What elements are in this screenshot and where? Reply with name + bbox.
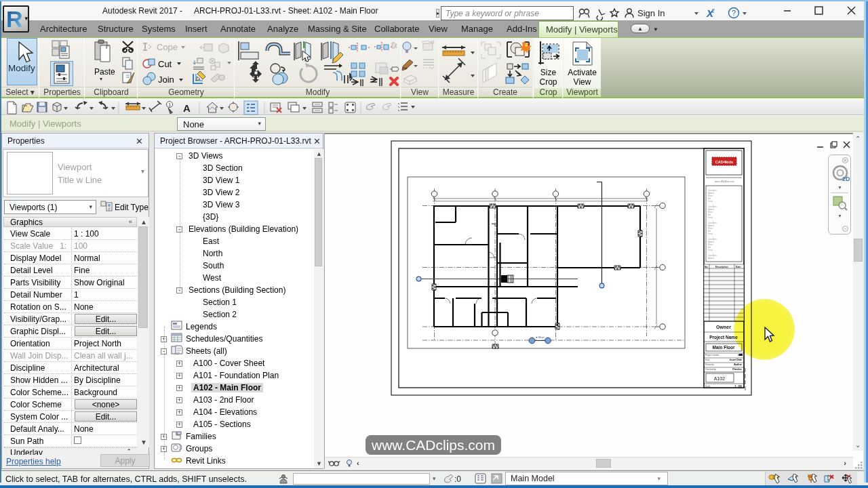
svg-text:R: R: [6, 7, 23, 31]
svg-text:Checked by: Checked by: [705, 368, 716, 371]
svg-text:No.: No.: [705, 266, 709, 268]
svg-text:Address: Address: [708, 241, 715, 243]
svg-text:Fax: Fax: [708, 230, 711, 232]
svg-text:Phone: Phone: [708, 227, 713, 230]
svg-text:Project Name: Project Name: [709, 335, 738, 340]
svg-text:Address: Address: [708, 257, 715, 260]
svg-text:Consultant: Consultant: [708, 238, 717, 241]
svg-text:Issue Date: Issue Date: [730, 359, 742, 361]
svg-text:Phone: Phone: [708, 243, 713, 246]
svg-text:Modify: Modify: [8, 63, 35, 73]
svg-text:Consultant: Consultant: [708, 254, 717, 257]
svg-text:◄ Main: ◄ Main: [535, 336, 545, 339]
svg-text:Main Floor: Main Floor: [713, 345, 735, 350]
svg-text:Description: Description: [715, 266, 728, 268]
svg-text:Fax: Fax: [708, 214, 711, 216]
svg-text:Join: Join: [158, 75, 174, 85]
svg-text:Fax: Fax: [708, 246, 711, 249]
svg-text:?: ?: [732, 9, 736, 17]
svg-text:A: A: [183, 102, 191, 114]
svg-text:e-mail: e-mail: [708, 200, 713, 203]
svg-text:www.CAD4kids.com: www.CAD4kids.com: [715, 180, 734, 183]
svg-text:Drawn by: Drawn by: [705, 363, 714, 366]
svg-text:Phone: Phone: [708, 211, 713, 214]
svg-text:Consultant: Consultant: [708, 189, 717, 192]
svg-text:Phone: Phone: [708, 195, 713, 197]
svg-text:Consultant: Consultant: [708, 205, 717, 208]
svg-text:1: 1: [168, 102, 171, 107]
svg-text:Scale: Scale: [705, 385, 711, 388]
svg-text:e-mail: e-mail: [708, 216, 713, 219]
svg-text:e-mail: e-mail: [708, 232, 713, 235]
svg-text:Date: Date: [736, 266, 741, 268]
svg-text:Cope: Cope: [157, 42, 178, 52]
svg-text:Fax: Fax: [708, 197, 711, 200]
svg-text:A102: A102: [714, 376, 725, 381]
svg-text:Sign In: Sign In: [637, 8, 665, 18]
svg-text:CAD4kids: CAD4kids: [715, 160, 733, 164]
svg-text:Address: Address: [708, 208, 715, 211]
svg-text:Checker: Checker: [732, 368, 743, 371]
svg-text:Address: Address: [708, 192, 715, 195]
svg-text:2D: 2D: [842, 176, 850, 182]
svg-text:Date: Date: [705, 359, 710, 361]
svg-text:Project number: Project number: [705, 354, 719, 357]
svg-text:Author: Author: [734, 363, 742, 366]
svg-text:Owner: Owner: [716, 325, 731, 329]
svg-text:Consultant: Consultant: [708, 222, 717, 224]
svg-text:Address: Address: [708, 224, 715, 227]
svg-text:e-mail: e-mail: [708, 249, 713, 251]
svg-text:Cut: Cut: [158, 59, 172, 69]
svg-text:1 : 100: 1 : 100: [734, 385, 742, 388]
